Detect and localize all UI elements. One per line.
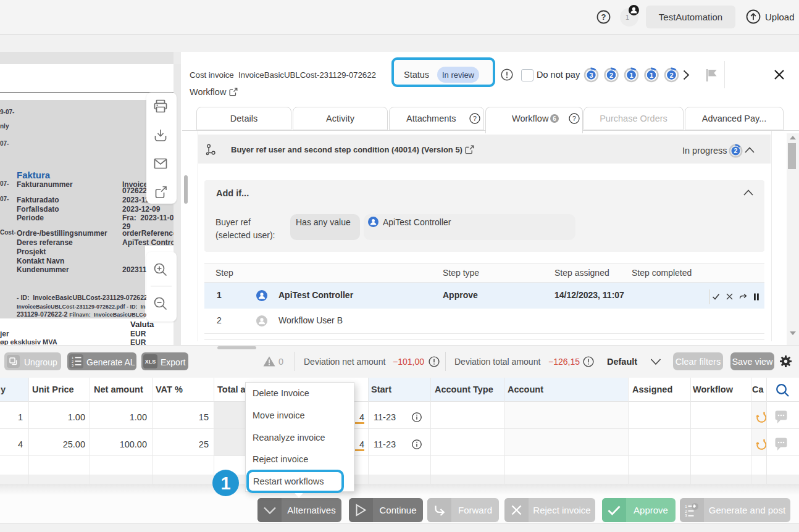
svg-text:?: ? — [473, 115, 477, 122]
svg-text:3: 3 — [72, 364, 73, 367]
svg-text:1: 1 — [685, 504, 687, 509]
svg-text:1: 1 — [650, 72, 653, 79]
svg-text:3: 3 — [685, 513, 687, 517]
svg-text:2: 2 — [685, 509, 687, 513]
svg-text:1: 1 — [629, 72, 633, 79]
svg-text:3: 3 — [589, 72, 593, 79]
svg-text:2: 2 — [669, 72, 673, 79]
svg-text:?: ? — [572, 115, 576, 122]
svg-text:2: 2 — [734, 147, 738, 154]
svg-text:?: ? — [601, 12, 606, 22]
svg-text:2: 2 — [609, 72, 613, 79]
